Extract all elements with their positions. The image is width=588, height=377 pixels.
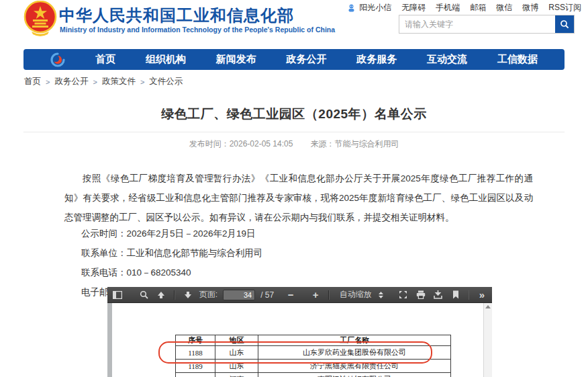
pdf-gutter <box>107 303 112 377</box>
top-link-bar: 阳光小信 无障碍 手机端 邮箱 微信 微博 RSS订阅 <box>348 2 581 13</box>
cell-no: 1189 <box>176 360 215 373</box>
search-icon <box>140 290 148 299</box>
toolbar-divider <box>174 290 175 300</box>
pdf-scrollbar[interactable] <box>483 303 492 377</box>
zoom-in-button[interactable]: + <box>309 289 322 301</box>
page-count: / 57 <box>260 290 274 300</box>
site-title: 中华人民共和国工业和信息化部 <box>59 5 294 26</box>
search-input[interactable] <box>399 15 555 33</box>
cell-region: 山东 <box>215 346 258 360</box>
main-nav: 首页 组织机构 新闻发布 政务公开 政务服务 互动交流 工信数据 <box>23 49 565 70</box>
site-subtitle: Ministry of Industry and Information Tec… <box>60 26 335 34</box>
top-link-accessibility[interactable]: 无障碍 <box>401 2 426 13</box>
cell-region: 山东 <box>215 360 258 373</box>
top-link-wechat[interactable]: 微信 <box>496 2 512 13</box>
factory-table: 序号 地区 工厂名称 1188 山东 山东罗欣药业集团股份有限公司 1189 山… <box>175 335 451 377</box>
sidebar-toggle-button[interactable] <box>111 289 124 301</box>
toolbar-divider <box>328 290 329 300</box>
miit-logo-icon[interactable] <box>50 52 65 67</box>
cell-name: 山东罗欣药业集团股份有限公司 <box>258 346 451 360</box>
more-tools-button[interactable]: » <box>476 289 488 301</box>
download-icon <box>434 290 442 299</box>
info-line-phone: 联系电话：010－68205340 <box>81 263 262 282</box>
col-header-no: 序号 <box>176 335 215 346</box>
zoom-mode-value: 自动缩放 <box>340 289 372 300</box>
scroll-up-icon <box>485 305 491 308</box>
top-link-weibo[interactable]: 微博 <box>522 2 538 13</box>
bookmark-icon <box>452 290 459 299</box>
page-down-button[interactable] <box>182 289 194 301</box>
top-link-sunshine[interactable]: 阳光小信 <box>359 2 391 13</box>
pdf-toolbar: 页面: / 57 − + 自动缩放 <box>107 287 492 303</box>
arrow-up-icon <box>157 291 165 299</box>
title-divider <box>23 132 565 132</box>
nav-item-services[interactable]: 政务服务 <box>356 53 397 66</box>
arrow-down-icon <box>184 291 192 299</box>
national-emblem-icon <box>23 1 57 38</box>
zoom-mode-select[interactable]: 自动缩放 <box>336 288 387 302</box>
breadcrumb-separator: > <box>93 78 97 86</box>
dropdown-arrows-icon <box>379 292 383 298</box>
cell-name: 南阳汉冶特钢有限公司 <box>258 373 451 377</box>
top-link-rss[interactable]: RSS订阅 <box>548 2 581 13</box>
top-link-mail[interactable]: 邮箱 <box>470 2 486 13</box>
breadcrumb-home[interactable]: 首页 <box>24 76 41 87</box>
breadcrumb-separator: > <box>140 78 144 86</box>
info-line-period: 公示时间：2026年2月5日－2026年2月19日 <box>81 224 262 243</box>
nav-item-interaction[interactable]: 互动交流 <box>427 53 467 66</box>
fullscreen-icon <box>399 290 407 299</box>
bookmark-button[interactable] <box>450 289 462 301</box>
table-header-row: 序号 地区 工厂名称 <box>176 335 451 346</box>
cell-region: 河南 <box>215 373 258 377</box>
source-label: 来源： <box>310 139 334 149</box>
page-up-button[interactable] <box>155 289 167 301</box>
table-row: 1188 山东 山东罗欣药业集团股份有限公司 <box>176 346 451 360</box>
breadcrumb-announcements: 文件公示 <box>149 76 183 87</box>
pdf-page: 序号 地区 工厂名称 1188 山东 山东罗欣药业集团股份有限公司 1189 山… <box>112 303 483 377</box>
publish-time: 2026-02-05 14:05 <box>230 139 293 149</box>
cell-no: 1188 <box>176 346 215 360</box>
pdf-viewer: 页面: / 57 − + 自动缩放 <box>107 287 492 377</box>
table-row: 1190 河南 南阳汉冶特钢有限公司 <box>176 373 451 377</box>
download-button[interactable] <box>432 289 444 301</box>
breadcrumb-separator: > <box>46 78 50 86</box>
printer-icon <box>416 290 426 299</box>
nav-item-news[interactable]: 新闻发布 <box>216 53 256 66</box>
table-row: 1189 山东 济宁黑猫炭黑有限责任公司 <box>176 360 451 373</box>
nav-item-home[interactable]: 首页 <box>95 53 115 66</box>
page-number-input[interactable] <box>223 290 255 300</box>
search-box <box>399 15 575 34</box>
nav-item-gov-info[interactable]: 政务公开 <box>286 53 326 66</box>
col-header-name: 工厂名称 <box>258 335 451 346</box>
breadcrumb-policy-docs[interactable]: 政策文件 <box>102 76 136 87</box>
nav-item-data[interactable]: 工信数据 <box>497 53 538 66</box>
presentation-mode-button[interactable] <box>397 289 409 301</box>
pdf-body: 序号 地区 工厂名称 1188 山东 山东罗欣药业集团股份有限公司 1189 山… <box>107 303 492 377</box>
nav-item-organization[interactable]: 组织机构 <box>146 53 186 66</box>
assistant-icon <box>348 4 355 12</box>
article-paragraph: 按照《绿色工厂梯度培育及管理暂行办法》《工业和信息化部办公厅关于开展2025年度… <box>64 169 533 227</box>
breadcrumb-gov-info[interactable]: 政务公开 <box>54 76 88 87</box>
info-line-unit: 联系单位：工业和信息化部节能与综合利用司 <box>81 243 262 263</box>
print-button[interactable] <box>415 289 427 301</box>
top-link-mobile[interactable]: 手机端 <box>436 2 460 13</box>
source: 节能与综合利用司 <box>334 139 399 149</box>
find-button[interactable] <box>138 289 150 301</box>
article-title: 绿色工厂、绿色工业园区（2025年）名单公示 <box>0 106 588 123</box>
article-meta: 发布时间：2026-02-05 14:05来源：节能与综合利用司 <box>0 138 588 150</box>
search-button[interactable] <box>555 15 574 33</box>
breadcrumb: 首页 > 政务公开 > 政策文件 > 文件公示 <box>24 76 183 87</box>
col-header-region: 地区 <box>215 335 258 346</box>
toolbar-divider <box>469 290 469 300</box>
search-icon <box>560 19 569 29</box>
publish-time-label: 发布时间： <box>189 139 230 149</box>
zoom-out-button[interactable]: − <box>285 289 297 301</box>
cell-name: 济宁黑猫炭黑有限责任公司 <box>258 360 451 373</box>
page-label: 页面: <box>199 289 217 300</box>
cell-no: 1190 <box>176 373 215 377</box>
